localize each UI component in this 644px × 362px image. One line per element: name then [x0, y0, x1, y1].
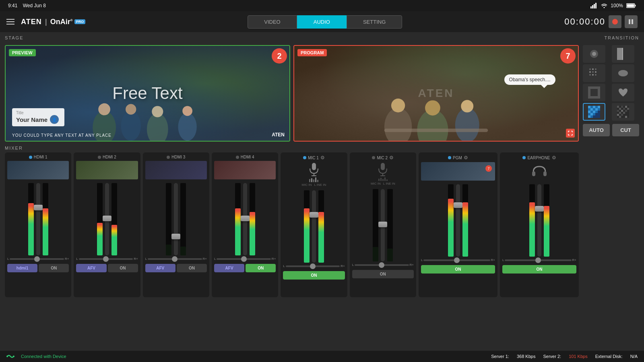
svg-point-43	[592, 68, 594, 70]
afv-button-hdmi4[interactable]: AFV	[214, 264, 244, 272]
server1-speed: 368 Kbps	[517, 354, 535, 359]
volume-slider-pgm[interactable]: L R+	[421, 258, 495, 262]
fader-earphone[interactable]	[537, 184, 541, 257]
auto-button[interactable]: AUTO	[583, 124, 610, 136]
svg-point-37	[592, 52, 596, 56]
channel-indicator-hdmi2	[98, 156, 101, 159]
record-button[interactable]	[609, 15, 621, 28]
fader-hdmi4[interactable]	[243, 183, 247, 255]
trans-btn-heart[interactable]	[612, 84, 634, 101]
fader-knob-pgm[interactable]	[454, 202, 462, 208]
fader-knob-earphone[interactable]	[535, 206, 544, 212]
channel-mic1: MIC 1 ⚙	[281, 152, 347, 297]
meter-left-hdmi4	[235, 183, 241, 255]
svg-rect-81	[627, 108, 629, 110]
volume-slider-mic1[interactable]: L R+	[283, 264, 345, 268]
channel-buttons-mic2: ON	[352, 270, 414, 278]
trans-btn-dissolve[interactable]	[583, 64, 605, 82]
channel-buttons-pgm: ON	[421, 265, 495, 274]
vol-knob-mic1[interactable]	[310, 263, 316, 269]
vol-knob-pgm[interactable]	[454, 257, 460, 263]
fader-knob-mic2[interactable]	[378, 222, 387, 227]
fullscreen-icon[interactable]	[566, 129, 575, 138]
meter-left-hdmi1	[28, 183, 34, 255]
svg-rect-24	[384, 129, 488, 132]
svg-rect-66	[588, 111, 590, 113]
on-button-mic2[interactable]: ON	[352, 270, 414, 278]
channel-earphone: EARPHONE ⚙	[500, 152, 579, 297]
vol-knob-earphone[interactable]	[535, 257, 541, 263]
svg-point-23	[461, 100, 473, 113]
svg-rect-8	[629, 19, 630, 24]
on-button-earphone[interactable]: ON	[502, 265, 576, 274]
vol-knob-hdmi2[interactable]	[103, 256, 109, 262]
preview-number: 2	[272, 48, 287, 64]
on-button-mic1[interactable]: ON	[283, 271, 345, 280]
volume-slider-hdmi2[interactable]: L R+	[76, 257, 138, 261]
cut-button[interactable]: CUT	[612, 124, 639, 136]
fader-mic1[interactable]	[312, 190, 316, 263]
svg-rect-83	[621, 110, 623, 112]
fader-knob-hdmi4[interactable]	[241, 216, 250, 221]
trans-btn-pixel1[interactable]	[583, 103, 605, 121]
fader-knob-mic1[interactable]	[310, 212, 318, 218]
pause-button[interactable]	[625, 15, 638, 28]
fader-hdmi1[interactable]	[36, 183, 40, 255]
svg-rect-61	[588, 108, 590, 111]
gear-icon-mic2[interactable]: ⚙	[389, 155, 394, 160]
channel-indicator-hdmi1	[29, 156, 32, 159]
svg-rect-62	[590, 108, 593, 111]
tab-audio[interactable]: AUDIO	[297, 15, 347, 29]
afv-button-hdmi2[interactable]: AFV	[76, 264, 106, 272]
meter-right-mic2	[387, 189, 393, 261]
on-button-pgm[interactable]: ON	[421, 265, 495, 274]
channel-header-earphone: EARPHONE ⚙	[502, 155, 576, 160]
fader-pgm[interactable]	[456, 184, 460, 257]
on-button-hdmi1[interactable]: ON	[39, 264, 69, 272]
tab-setting[interactable]: SETTING	[347, 15, 402, 29]
volume-slider-hdmi3[interactable]: L R+	[145, 257, 207, 261]
fader-mic2[interactable]	[381, 189, 385, 261]
trans-btn-iris[interactable]	[612, 64, 634, 82]
vol-knob-hdmi4[interactable]	[241, 256, 247, 262]
volume-slider-hdmi4[interactable]: L R+	[214, 257, 276, 261]
on-button-hdmi3[interactable]: ON	[177, 264, 207, 272]
svg-rect-60	[598, 106, 600, 108]
vol-knob-hdmi3[interactable]	[172, 256, 178, 262]
fader-knob-hdmi1[interactable]	[34, 205, 43, 210]
channel-buttons-hdmi4: AFV ON	[214, 264, 276, 272]
gear-icon-pgm[interactable]: ⚙	[464, 155, 468, 160]
gear-icon-earphone[interactable]: ⚙	[552, 155, 556, 160]
trans-btn-circle[interactable]	[583, 45, 605, 63]
svg-rect-90	[625, 116, 627, 118]
heart-transition-icon	[617, 86, 629, 99]
channel-mic2: MIC 2 ⚙	[350, 152, 416, 297]
tab-video[interactable]: VIDEO	[248, 15, 297, 29]
meter-fader-hdmi3	[145, 181, 207, 255]
volume-slider-earphone[interactable]: L R+	[502, 258, 576, 262]
vol-knob-mic2[interactable]	[379, 262, 384, 268]
afv-button-hdmi1[interactable]: hdmi1	[7, 264, 37, 272]
vol-knob-hdmi1[interactable]	[34, 256, 40, 262]
fader-hdmi2[interactable]	[105, 183, 109, 255]
server2-speed: 101 Kbps	[569, 354, 587, 359]
server-info: Server 1: 368 Kbps Server 2: 101 Kbps Ex…	[485, 354, 638, 359]
on-button-hdmi4[interactable]: ON	[246, 264, 276, 272]
afv-button-hdmi3[interactable]: AFV	[145, 264, 175, 272]
svg-rect-64	[595, 108, 598, 111]
gear-icon-mic1[interactable]: ⚙	[320, 155, 325, 160]
meter-right-earphone	[544, 184, 549, 257]
fader-knob-hdmi3[interactable]	[171, 234, 180, 239]
hamburger-menu[interactable]	[6, 19, 14, 25]
trans-btn-pixel2[interactable]	[612, 103, 634, 121]
title-card: Title Your Name 👤	[12, 108, 64, 126]
volume-slider-hdmi1[interactable]: L R+	[7, 257, 69, 261]
channel-header-hdmi3: HDMI 3	[145, 155, 207, 159]
trans-btn-wipe[interactable]	[612, 45, 634, 63]
volume-slider-mic2[interactable]: L R+	[352, 263, 414, 267]
fader-knob-hdmi2[interactable]	[103, 216, 111, 221]
trans-btn-box[interactable]	[583, 84, 605, 101]
fader-hdmi3[interactable]	[174, 183, 178, 255]
channel-thumb-hdmi4	[214, 161, 276, 179]
on-button-hdmi2[interactable]: ON	[108, 264, 138, 272]
